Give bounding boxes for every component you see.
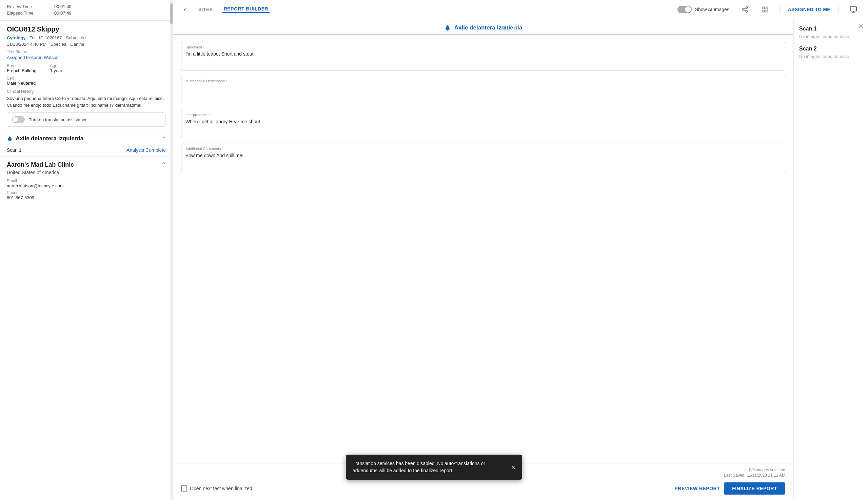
microscopic-value[interactable] xyxy=(186,84,781,101)
elapsed-time-row: Elapsed Time 00:07:49 xyxy=(7,11,166,15)
open-next-test-checkbox-label[interactable]: Open next test when finalized. xyxy=(181,486,254,491)
clinical-history-section: Clinical History Soy una pequeña tetera … xyxy=(7,89,166,109)
svg-rect-6 xyxy=(766,7,768,9)
assigned-to-me-button[interactable]: ASSIGNED TO ME xyxy=(788,7,830,12)
assigned-to-link[interactable]: Assigned to Aaron Watson xyxy=(7,55,166,60)
case-date: 11/13/2024 4:40 PM xyxy=(7,42,46,47)
scan1-empty-text: No images found on scan xyxy=(799,34,863,39)
elapsed-time-label: Elapsed Time xyxy=(7,11,41,15)
additional-comments-field[interactable]: Additional Comments * Bow me down And sp… xyxy=(181,144,785,172)
monitor-icon-button[interactable] xyxy=(847,4,860,14)
drop-icon xyxy=(7,136,13,141)
toast-message: Translation services has been disabled. … xyxy=(353,460,506,474)
review-time-value: 00:01:40 xyxy=(54,4,71,9)
ai-label: Show AI Images. xyxy=(695,7,731,12)
svg-rect-8 xyxy=(766,10,768,12)
scan2-section: Scan 2 No images found on scan xyxy=(799,46,863,59)
microscopic-label: Microscopic Description * xyxy=(186,79,781,83)
open-next-test-label: Open next test when finalized. xyxy=(190,486,254,491)
case-block: OICU812 Skippy Cytology Test ID 1020167 … xyxy=(0,21,173,130)
age-label: Age xyxy=(50,63,62,68)
form-header-drop-icon xyxy=(444,24,451,31)
monitor-icon xyxy=(850,6,857,13)
scan1-section: Scan 1 No images found on scan xyxy=(799,26,863,39)
specimen-label: Specimen * xyxy=(186,45,781,49)
species-label: Species xyxy=(51,42,66,47)
scan-panel: Scan 1 No images found on scan Scan 2 No… xyxy=(793,19,868,500)
axile-header: Axile delantera izquierda ⌃ xyxy=(7,135,166,142)
scan-row: Scan 1 Analysis Complete xyxy=(7,145,166,153)
svg-line-3 xyxy=(744,10,746,11)
scan2-empty-text: No images found on scan xyxy=(799,54,863,59)
specimen-value[interactable]: I'm a little teapot Short and stout. xyxy=(186,50,781,67)
sex-group: Sex Male Neutered xyxy=(7,76,166,86)
microscopic-field[interactable]: Microscopic Description * xyxy=(181,76,785,104)
scan1-label: Scan 1 xyxy=(7,147,22,153)
sites-tab[interactable]: SITES xyxy=(197,7,214,12)
toggle-knob xyxy=(13,117,18,122)
sex-value: Male Neutered xyxy=(7,81,166,86)
analysis-complete[interactable]: Analysis Complete xyxy=(126,147,166,153)
action-row: Open next test when finalized. PREVIEW R… xyxy=(181,482,785,495)
breed-age-row: Breed French Bulldog Age 1 year xyxy=(7,63,166,73)
translation-toggle-box[interactable]: Turn on translation assistance. xyxy=(7,113,166,127)
grid-icon-button[interactable] xyxy=(759,5,771,14)
image-count: 0/6 images selected xyxy=(749,467,785,472)
age-value: 1 year xyxy=(50,68,62,73)
svg-point-0 xyxy=(746,7,747,8)
clinical-history-text: Soy una pequeña tetera Corto y robusto. … xyxy=(7,95,166,109)
clinic-header: Aaron's Mad Lab Clinic United States of … xyxy=(7,161,166,175)
clinic-block: Aaron's Mad Lab Clinic United States of … xyxy=(0,157,173,206)
contact-group: Email aaron.watson@techcyte.com Phone 80… xyxy=(7,179,166,200)
open-next-test-checkbox[interactable] xyxy=(181,486,187,491)
form-panel: ✕ Axile delantera izquierda Specimen * I… xyxy=(173,19,793,500)
axile-section: Axile delantera izquierda ⌃ Scan 1 Analy… xyxy=(0,130,173,157)
scrollbar-thumb[interactable] xyxy=(170,3,173,24)
top-nav: ‹ SITES REPORT BUILDER Show AI Images. A… xyxy=(173,0,868,19)
age-group: Age 1 year xyxy=(50,63,62,73)
specimen-field[interactable]: Specimen * I'm a little teapot Short and… xyxy=(181,42,785,70)
case-meta-row: Cytology Test ID 1020167 Submitted xyxy=(7,35,166,40)
finalize-report-button[interactable]: FINALIZE REPORT xyxy=(724,482,785,495)
share-icon-button[interactable] xyxy=(739,5,751,14)
last-saved: Last Saved: 11/11/2023 11:11 AM xyxy=(724,473,785,478)
ai-toggle-row: Show AI Images. xyxy=(677,6,731,13)
scrollbar-track[interactable] xyxy=(170,0,173,500)
breed-label: Breed xyxy=(7,63,36,68)
scan1-section-title: Scan 1 xyxy=(799,26,863,32)
interpretation-field[interactable]: Interpretation * When I get all angry He… xyxy=(181,110,785,138)
additional-comments-label: Additional Comments * xyxy=(186,147,781,151)
svg-rect-5 xyxy=(763,7,765,9)
ai-toggle-switch[interactable] xyxy=(677,6,692,13)
right-area: ‹ SITES REPORT BUILDER Show AI Images. A… xyxy=(173,0,868,500)
phone-value: 801-867-5309 xyxy=(7,195,166,200)
report-builder-tab[interactable]: REPORT BUILDER xyxy=(222,6,269,13)
toast: Translation services has been disabled. … xyxy=(346,455,522,480)
additional-comments-value[interactable]: Bow me down And spill me! xyxy=(186,152,781,168)
breed-value: French Bulldog xyxy=(7,68,36,73)
country-name: United States of America xyxy=(7,170,74,175)
clinic-name-country: Aaron's Mad Lab Clinic United States of … xyxy=(7,161,74,175)
breed-group: Breed French Bulldog xyxy=(7,63,36,73)
svg-rect-9 xyxy=(850,7,856,11)
preview-report-button[interactable]: PREVIEW REPORT xyxy=(675,486,720,491)
scan2-section-title: Scan 2 xyxy=(799,46,863,52)
clinic-chevron-icon[interactable]: ⌃ xyxy=(162,161,166,168)
nav-back-button[interactable]: ‹ xyxy=(181,4,189,14)
time-block: Review Time 00:01:40 Elapsed Time 00:07:… xyxy=(0,0,173,21)
main-content: ✕ Axile delantera izquierda Specimen * I… xyxy=(173,19,868,500)
svg-point-1 xyxy=(742,9,744,10)
share-icon xyxy=(742,6,748,13)
review-time-row: Review Time 00:01:40 xyxy=(7,4,166,9)
ai-toggle-knob xyxy=(685,7,691,12)
interpretation-value[interactable]: When I get all angry Hear me shout: xyxy=(186,118,781,135)
axile-chevron-icon[interactable]: ⌃ xyxy=(162,136,166,142)
submitted-label: Submitted xyxy=(66,35,86,40)
translation-toggle-switch[interactable] xyxy=(12,116,25,123)
svg-point-2 xyxy=(746,11,747,12)
phone-label: Phone xyxy=(7,190,166,195)
svg-rect-7 xyxy=(763,10,765,12)
email-value: aaron.watson@techcyte.com xyxy=(7,183,166,188)
toast-close-button[interactable]: × xyxy=(511,463,515,471)
form-header-title: Axile delantera izquierda xyxy=(454,24,522,31)
